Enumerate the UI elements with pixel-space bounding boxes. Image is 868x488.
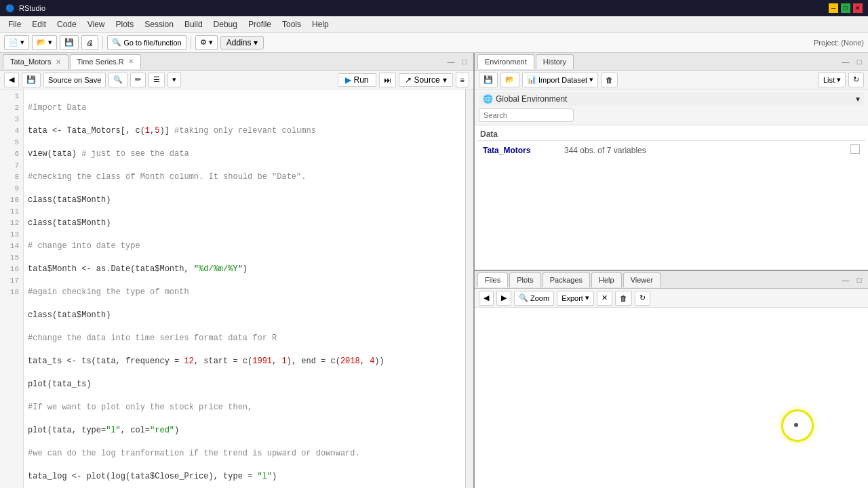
code-line-17: tata_log <- plot(log(tata$Close_Price), … <box>28 471 461 483</box>
import-dataset-button[interactable]: 📊 Import Dataset ▾ <box>522 73 598 87</box>
menu-build[interactable]: Build <box>179 18 208 30</box>
save-env-button[interactable]: 💾 <box>479 73 498 87</box>
addins-button[interactable]: Addins ▾ <box>220 36 264 49</box>
history-tab-label: History <box>543 58 566 66</box>
files-forward-btn[interactable]: ▶ <box>496 291 511 306</box>
tab-close-timeseries[interactable]: ✕ <box>128 58 134 65</box>
run-label: Run <box>354 75 369 85</box>
menu-plots[interactable]: Plots <box>111 18 140 30</box>
env-minimize-btn[interactable]: — <box>840 56 852 68</box>
save-button[interactable]: 💾 <box>60 35 79 50</box>
source-button[interactable]: ↗ Source ▾ <box>399 73 453 87</box>
menu-file[interactable]: File <box>3 18 26 30</box>
menu-edit[interactable]: Edit <box>26 18 52 30</box>
new-file-button[interactable]: 📄 ▾ <box>4 35 29 50</box>
minimize-button[interactable]: ─ <box>829 3 838 13</box>
tab-close-tata[interactable]: ✕ <box>56 58 61 66</box>
menu-view[interactable]: View <box>82 18 111 30</box>
save-doc-button[interactable]: 💾 <box>22 73 41 87</box>
global-env-header[interactable]: 🌐 Global Environment ▾ <box>479 92 864 106</box>
project-label: Project: (None) <box>814 39 864 47</box>
env-search-input[interactable] <box>479 108 574 122</box>
export-button[interactable]: Export ▾ <box>557 291 594 306</box>
code-line-11: #change the data into time series format… <box>28 333 461 344</box>
dropdown-button[interactable]: ▾ <box>167 73 181 87</box>
clear-env-button[interactable]: 🗑 <box>601 73 618 87</box>
source-on-save-label: Source on Save <box>48 76 101 84</box>
code-line-14: #If we want to plot only the stock price… <box>28 402 461 413</box>
list-view-label: List <box>823 76 835 84</box>
env-tab-label: Environment <box>485 58 527 66</box>
go-to-function-button[interactable]: 🔍 Go to file/function <box>107 35 186 50</box>
search-button[interactable]: 🔍 <box>108 73 127 87</box>
editor-scrollbar[interactable] <box>465 89 473 488</box>
maximize-button[interactable]: □ <box>841 3 850 13</box>
editor-tab-bar: Tata_Motors ✕ Time Series.R ✕ — □ <box>0 53 473 70</box>
close-button[interactable]: ✕ <box>853 3 863 13</box>
tab-tata-motors[interactable]: Tata_Motors ✕ <box>3 54 68 69</box>
print-button[interactable]: 🖨 <box>81 35 98 50</box>
menu-tools[interactable]: Tools <box>277 18 307 30</box>
tab-plots[interactable]: Plots <box>509 272 540 287</box>
main-toolbar: 📄 ▾ 📂 ▾ 💾 🖨 🔍 Go to file/function ⚙ ▾ Ad… <box>0 33 868 53</box>
help-tab-label: Help <box>599 276 614 284</box>
more-options-button[interactable]: ≡ <box>456 73 469 87</box>
env-maximize-btn[interactable]: □ <box>853 56 865 68</box>
toolbar-sep2 <box>191 36 191 49</box>
checkbox[interactable] <box>850 144 860 154</box>
tab-viewer[interactable]: Viewer <box>623 272 660 287</box>
menu-code[interactable]: Code <box>52 18 82 30</box>
title-bar-left: 🔵 RStudio <box>5 4 45 13</box>
open-file-button[interactable]: 📂 ▾ <box>32 35 57 50</box>
app-icon: 🔵 <box>5 4 15 13</box>
menu-debug[interactable]: Debug <box>208 18 243 30</box>
files-minimize-btn[interactable]: — <box>840 274 852 286</box>
files-panel-controls: — □ <box>840 274 865 286</box>
files-maximize-btn[interactable]: □ <box>853 274 865 286</box>
source-label: Source <box>414 75 440 85</box>
code-editor[interactable]: #Import Data tata <- Tata_Motors[, c(1,5… <box>24 89 465 488</box>
files-back-btn[interactable]: ◀ <box>479 291 494 306</box>
files-content <box>475 308 868 488</box>
tab-files[interactable]: Files <box>477 272 508 287</box>
code-line-6: class(tata$Month) <box>28 218 461 229</box>
packages-tab-label: Packages <box>550 276 583 284</box>
code-line-3: view(tata) # just to see the data <box>28 148 461 160</box>
menu-session[interactable]: Session <box>139 18 179 30</box>
env-item-info: 344 obs. of 7 variables <box>564 146 646 155</box>
line-numbers: 12345 678910 1112131415 161718 <box>0 89 24 488</box>
format-button[interactable]: ☰ <box>149 73 165 87</box>
run-next-button[interactable]: ⏭ <box>379 73 396 87</box>
load-env-button[interactable]: 📂 <box>500 73 519 87</box>
tab-time-series[interactable]: Time Series.R ✕ <box>70 54 141 69</box>
delete-all-plots-button[interactable]: 🗑 <box>615 291 632 306</box>
editor-minimize-btn[interactable]: — <box>445 56 457 68</box>
options-button[interactable]: ⚙ ▾ <box>195 35 218 50</box>
files-refresh-btn[interactable]: ↻ <box>635 291 650 306</box>
title-bar-controls: ─ □ ✕ <box>829 3 863 13</box>
left-panels: Tata_Motors ✕ Time Series.R ✕ — □ ◀ 💾 So… <box>0 53 475 488</box>
list-view-button[interactable]: List ▾ <box>818 73 846 87</box>
tab-help[interactable]: Help <box>591 272 622 287</box>
import-dataset-label: Import Dataset <box>538 76 587 84</box>
env-panel: Environment History — □ 💾 📂 📊 Import Dat… <box>475 53 868 271</box>
app-title: RStudio <box>19 4 45 12</box>
nav-back-button[interactable]: ◀ <box>4 73 19 87</box>
right-panels: Environment History — □ 💾 📂 📊 Import Dat… <box>475 53 868 488</box>
menu-profile[interactable]: Profile <box>243 18 277 30</box>
refresh-env-button[interactable]: ↻ <box>848 73 864 87</box>
edit-button[interactable]: ✏ <box>130 73 146 87</box>
tab-packages[interactable]: Packages <box>542 272 590 287</box>
code-line-2: tata <- Tata_Motors[, c(1,5)] #taking on… <box>28 125 461 137</box>
menu-help[interactable]: Help <box>307 18 334 30</box>
zoom-button[interactable]: 🔍 Zoom <box>514 291 554 306</box>
run-button[interactable]: Run <box>338 73 376 87</box>
editor-maximize-btn[interactable]: □ <box>458 56 471 68</box>
source-on-save-button[interactable]: Source on Save <box>43 73 106 87</box>
code-area: 12345 678910 1112131415 161718 #Import D… <box>0 89 473 488</box>
tab-environment[interactable]: Environment <box>477 54 534 69</box>
cursor-dot <box>794 423 798 427</box>
env-item-tata-motors[interactable]: Tata_Motors 344 obs. of 7 variables <box>477 142 865 158</box>
delete-plot-button[interactable]: ✕ <box>597 291 612 306</box>
tab-history[interactable]: History <box>536 54 574 69</box>
